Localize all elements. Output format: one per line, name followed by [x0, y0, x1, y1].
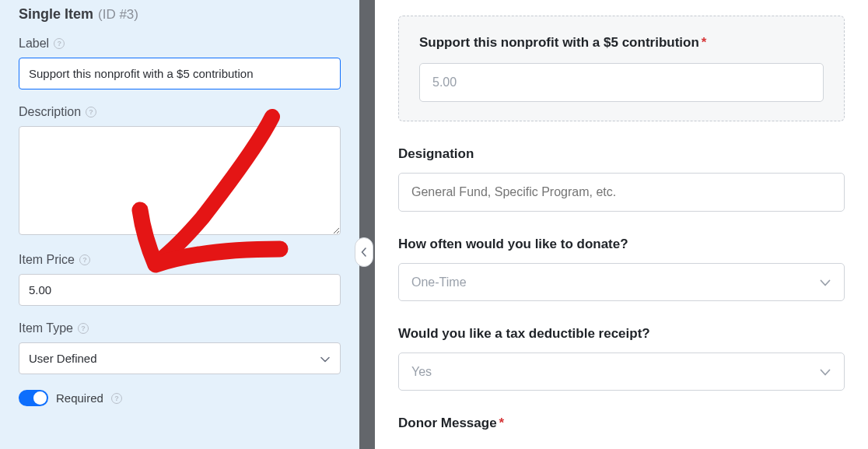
- designation-label: Designation: [398, 146, 845, 162]
- receipt-select-wrapper: Yes: [398, 353, 845, 391]
- designation-input[interactable]: [398, 173, 845, 212]
- description-text: Description: [19, 105, 81, 119]
- required-toggle-row: Required ?: [19, 390, 341, 406]
- label-input[interactable]: [19, 58, 341, 89]
- item-type-text: Item Type: [19, 321, 73, 335]
- contribution-field-label: Support this nonprofit with a $5 contrib…: [419, 35, 824, 51]
- receipt-select[interactable]: Yes: [398, 353, 845, 391]
- required-star: *: [499, 416, 505, 430]
- item-price-input[interactable]: [19, 274, 341, 306]
- help-icon[interactable]: ?: [111, 393, 122, 404]
- label-field-label: Label ?: [19, 37, 341, 51]
- item-price-text: Item Price: [19, 253, 75, 267]
- contribution-input[interactable]: [419, 63, 824, 102]
- panel-title-row: Single Item (ID #3): [19, 6, 341, 23]
- item-type-select-wrapper: User Defined: [19, 342, 341, 374]
- item-price-field-group: Item Price ?: [19, 253, 341, 306]
- frequency-label: How often would you like to donate?: [398, 237, 845, 252]
- receipt-field[interactable]: Would you like a tax deductible receipt?…: [398, 326, 845, 391]
- description-field-label: Description ?: [19, 105, 341, 119]
- chevron-left-icon: [361, 247, 367, 257]
- required-toggle[interactable]: [19, 390, 48, 406]
- description-field-group: Description ?: [19, 105, 341, 237]
- frequency-field[interactable]: How often would you like to donate? One-…: [398, 237, 845, 301]
- help-icon[interactable]: ?: [86, 107, 96, 118]
- help-icon[interactable]: ?: [54, 38, 65, 49]
- panel-divider: [359, 0, 375, 449]
- label-field-group: Label ?: [19, 37, 341, 89]
- item-type-field-group: Item Type ? User Defined: [19, 321, 341, 374]
- panel-id: (ID #3): [98, 7, 138, 23]
- item-price-field-label: Item Price ?: [19, 253, 341, 267]
- required-star: *: [702, 35, 707, 50]
- donor-message-field[interactable]: Donor Message*: [398, 416, 845, 431]
- collapse-handle[interactable]: [355, 237, 373, 267]
- help-icon[interactable]: ?: [78, 323, 89, 334]
- item-type-field-label: Item Type ?: [19, 321, 341, 335]
- frequency-select[interactable]: One-Time: [398, 263, 845, 301]
- receipt-label: Would you like a tax deductible receipt?: [398, 326, 845, 342]
- toggle-knob: [33, 391, 47, 405]
- frequency-select-wrapper: One-Time: [398, 263, 845, 301]
- donor-message-label: Donor Message*: [398, 416, 845, 431]
- panel-title: Single Item: [19, 6, 93, 23]
- selected-field-preview[interactable]: Support this nonprofit with a $5 contrib…: [398, 16, 845, 121]
- item-type-select[interactable]: User Defined: [19, 342, 341, 374]
- label-text: Label: [19, 37, 49, 51]
- help-icon[interactable]: ?: [79, 254, 90, 265]
- designation-field[interactable]: Designation: [398, 146, 845, 212]
- form-preview-panel: Support this nonprofit with a $5 contrib…: [375, 0, 868, 449]
- field-settings-panel: Single Item (ID #3) Label ? Description …: [0, 0, 359, 449]
- description-textarea[interactable]: [19, 126, 341, 235]
- required-label: Required: [56, 391, 103, 405]
